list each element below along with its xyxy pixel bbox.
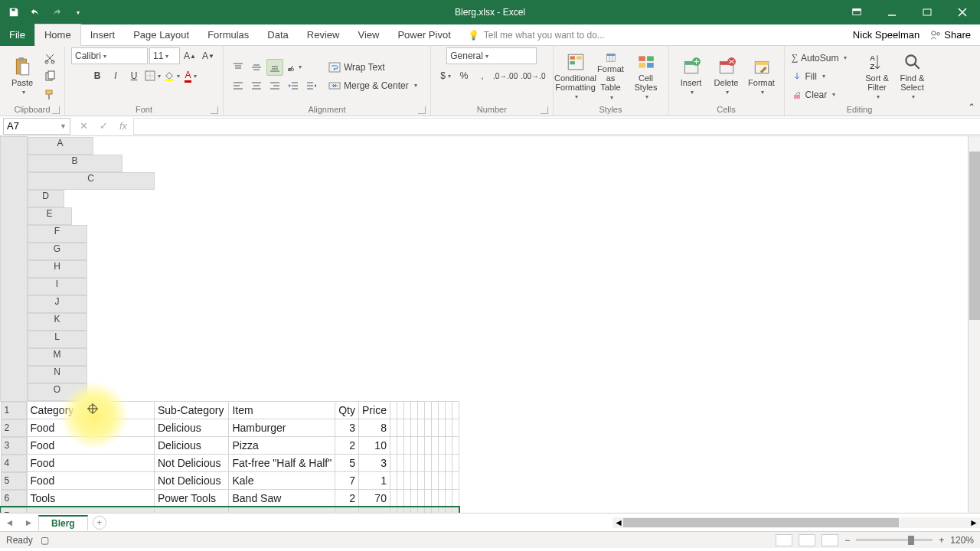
spreadsheet-grid[interactable]: ABCDEFGHIJKLMNO1CategorySub-CategoryItem… [0, 136, 459, 513]
cell-M7[interactable] [438, 507, 445, 514]
find-select-button[interactable]: Find & Select [897, 51, 929, 102]
bold-button[interactable]: B [89, 67, 106, 84]
cell-G5[interactable] [397, 472, 403, 490]
comma-button[interactable]: , [474, 67, 491, 84]
tab-insert[interactable]: Insert [81, 24, 125, 46]
zoom-slider[interactable] [856, 539, 933, 541]
select-all-cell[interactable] [1, 137, 28, 402]
font-name-combo[interactable]: Calibri [71, 47, 148, 64]
row-header-3[interactable]: 3 [1, 437, 27, 455]
cell-F6[interactable] [390, 490, 397, 507]
merge-center-button[interactable]: Merge & Center [328, 77, 424, 94]
tab-powerpivot[interactable]: Power Pivot [388, 24, 459, 46]
name-box[interactable]: A7▼ [3, 118, 70, 135]
cell-O5[interactable] [452, 472, 459, 490]
cell-L1[interactable] [431, 401, 438, 419]
col-header-M[interactable]: M [28, 348, 87, 366]
cell-O2[interactable] [452, 419, 459, 437]
cell-B6[interactable]: Power Tools [155, 490, 229, 507]
cell-K4[interactable] [424, 455, 431, 472]
align-top-button[interactable] [230, 59, 247, 76]
sheet-next-icon[interactable]: ► [24, 517, 34, 528]
col-header-A[interactable]: A [28, 137, 93, 155]
tab-data[interactable]: Data [258, 24, 297, 46]
row-header-7[interactable]: 7 [1, 507, 27, 514]
formula-input[interactable] [133, 118, 980, 135]
col-header-D[interactable]: D [28, 190, 64, 207]
cell-I5[interactable] [410, 472, 417, 490]
accounting-button[interactable]: $ [437, 67, 454, 84]
orientation-button[interactable]: ab [285, 59, 302, 76]
cell-C1[interactable]: Item [229, 401, 335, 419]
cell-N7[interactable] [445, 507, 452, 514]
vertical-scrollbar[interactable] [968, 136, 980, 513]
cell-F1[interactable] [390, 401, 397, 419]
cell-B2[interactable]: Delicious [155, 419, 229, 437]
cell-O1[interactable] [452, 401, 459, 419]
decrease-decimal-button[interactable]: .00→.0 [520, 67, 546, 84]
outdent-button[interactable] [285, 77, 302, 94]
new-sheet-button[interactable]: + [93, 516, 106, 530]
row-header-6[interactable]: 6 [1, 490, 27, 507]
minimize-icon[interactable] [874, 0, 910, 24]
cell-B4[interactable]: Not Delicious [155, 455, 229, 472]
cell-H6[interactable] [403, 490, 410, 507]
cell-N6[interactable] [445, 490, 452, 507]
cell-N5[interactable] [445, 472, 452, 490]
cell-M4[interactable] [438, 455, 445, 472]
cell-J3[interactable] [417, 437, 424, 455]
col-header-K[interactable]: K [28, 313, 87, 331]
align-center-button[interactable] [248, 77, 265, 94]
cell-G3[interactable] [397, 437, 403, 455]
tab-home[interactable]: Home [34, 24, 81, 47]
cell-K5[interactable] [424, 472, 431, 490]
cell-O4[interactable] [452, 455, 459, 472]
indent-button[interactable] [303, 77, 320, 94]
fill-button[interactable]: Fill [791, 68, 844, 85]
cell-B7[interactable] [155, 507, 229, 514]
cell-K2[interactable] [424, 419, 431, 437]
cell-O3[interactable] [452, 437, 459, 455]
col-header-G[interactable]: G [28, 243, 87, 260]
cell-G1[interactable] [397, 401, 403, 419]
cell-E3[interactable]: 10 [359, 437, 390, 455]
col-header-N[interactable]: N [28, 366, 87, 383]
cell-H2[interactable] [403, 419, 410, 437]
pagelayout-view-button[interactable] [799, 534, 815, 546]
cell-F3[interactable] [390, 437, 397, 455]
cell-M5[interactable] [438, 472, 445, 490]
tab-review[interactable]: Review [298, 24, 349, 46]
cell-D5[interactable]: 7 [335, 472, 359, 490]
cell-E6[interactable]: 70 [359, 490, 390, 507]
alignment-launcher[interactable] [418, 106, 426, 114]
increase-decimal-button[interactable]: .0→.00 [492, 67, 518, 84]
cell-G4[interactable] [397, 455, 403, 472]
cell-D7[interactable] [335, 507, 359, 514]
cell-I3[interactable] [410, 437, 417, 455]
tell-me-input[interactable]: 💡 Tell me what you want to do... [468, 30, 605, 41]
font-launcher[interactable] [211, 106, 218, 114]
cell-B3[interactable]: Delicious [155, 437, 229, 455]
cell-G6[interactable] [397, 490, 403, 507]
cell-L2[interactable] [431, 419, 438, 437]
sheet-tab-active[interactable]: Blerg [38, 515, 88, 530]
col-header-L[interactable]: L [28, 331, 87, 348]
sort-filter-button[interactable]: AZSort & Filter [861, 51, 893, 102]
clipboard-launcher[interactable] [52, 106, 60, 114]
clear-button[interactable]: Clear [791, 86, 844, 103]
cell-I2[interactable] [410, 419, 417, 437]
cell-A7[interactable] [27, 507, 155, 514]
cell-K1[interactable] [424, 401, 431, 419]
col-header-C[interactable]: C [28, 172, 155, 190]
col-header-H[interactable]: H [28, 260, 87, 278]
col-header-B[interactable]: B [28, 155, 122, 172]
row-header-2[interactable]: 2 [1, 419, 27, 437]
cell-M2[interactable] [438, 419, 445, 437]
cancel-formula-icon[interactable]: ✕ [74, 120, 93, 132]
percent-button[interactable]: % [456, 67, 472, 84]
row-header-1[interactable]: 1 [1, 402, 27, 419]
cell-C4[interactable]: Fat-free "Half & Half" [229, 455, 335, 472]
cell-I1[interactable] [410, 401, 417, 419]
cell-K3[interactable] [424, 437, 431, 455]
font-size-combo[interactable]: 11 [149, 47, 180, 64]
